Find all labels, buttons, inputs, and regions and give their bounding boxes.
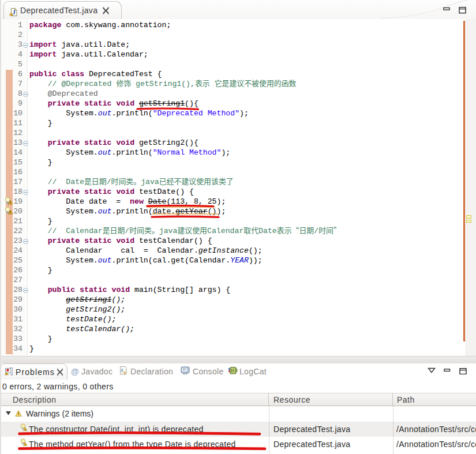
svg-text:J: J (12, 9, 16, 16)
